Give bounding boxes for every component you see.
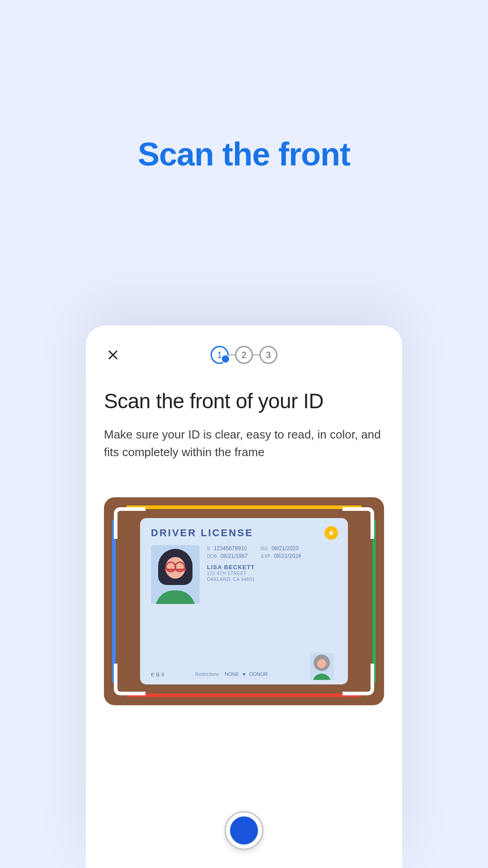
frame-edge [372, 520, 376, 683]
capture-button-inner [230, 816, 258, 844]
id-address: OAKLAND, CA 94601 [207, 576, 337, 582]
screen-subtext: Make sure your ID is clear, easy to read… [104, 426, 384, 461]
id-name: LISA BECKETT [207, 564, 337, 571]
page-title: Scan the front [0, 0, 488, 173]
step-connector [253, 354, 259, 355]
step-connector [229, 354, 235, 355]
screen-heading: Scan the front of your ID [104, 389, 384, 413]
star-icon: ★ [324, 526, 338, 540]
step-3: 3 [259, 346, 277, 364]
progress-stepper: 1 2 3 [211, 346, 277, 364]
id-signature: e u s [151, 670, 192, 678]
step-1: 1 [211, 346, 229, 364]
id-bottom-row: e u s Restrictions NONE ♥ DONOR [151, 670, 337, 678]
scan-screen: 1 2 3 Scan the front of your ID Make sur… [86, 326, 402, 868]
step-2: 2 [235, 346, 253, 364]
frame-edge [112, 520, 116, 683]
id-info: B 12345678910 ISS 08/21/2020 DOB 08/21/1… [207, 545, 337, 604]
frame-edge [127, 505, 361, 509]
capture-button[interactable] [225, 811, 263, 850]
id-photo [151, 545, 200, 604]
top-bar: 1 2 3 [104, 344, 384, 366]
sample-id-card: DRIVER LICENSE ★ B 12345678910 ISS 08/21… [140, 518, 348, 684]
id-card-title: DRIVER LICENSE [151, 527, 337, 539]
frame-edge [127, 693, 361, 697]
close-button[interactable] [104, 346, 122, 364]
id-address: 123 4TH STREET [207, 571, 337, 576]
id-mini-photo [310, 653, 333, 680]
scan-preview: DRIVER LICENSE ★ B 12345678910 ISS 08/21… [104, 497, 384, 705]
heart-icon: ♥ [243, 671, 246, 677]
close-icon [107, 349, 119, 361]
